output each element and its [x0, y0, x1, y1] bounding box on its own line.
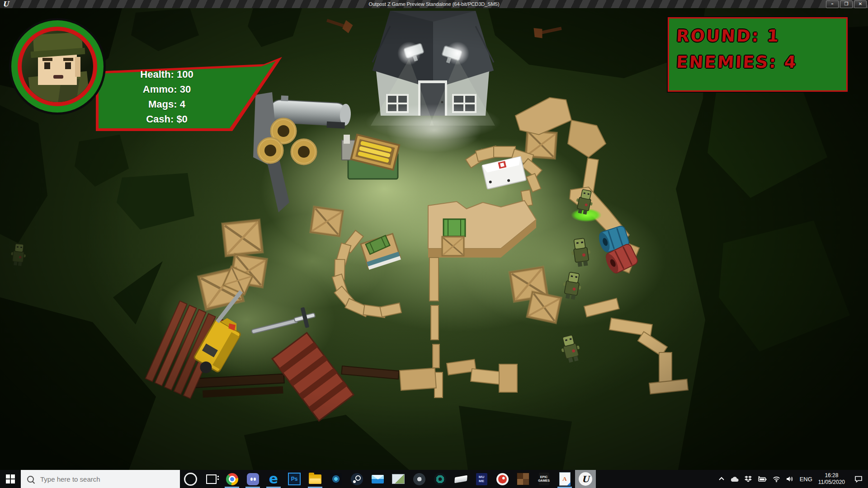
dropbox-icon[interactable] — [745, 476, 752, 483]
taskbar-item-app-teal[interactable] — [429, 470, 450, 488]
player-portrait — [22, 31, 93, 102]
music-app-icon: MUME — [476, 473, 487, 485]
broken-wood-walls-bottomright — [584, 298, 688, 394]
cortana-button[interactable] — [180, 470, 201, 488]
mail-icon — [372, 475, 384, 483]
photos-icon — [392, 474, 405, 484]
battery-icon[interactable] — [758, 476, 767, 482]
round-panel: ROUND: 1 ENEMIES: 4 — [668, 17, 848, 92]
bottom-fences — [193, 359, 517, 398]
notes-icon: A — [559, 472, 571, 486]
wargaming-icon — [496, 473, 509, 485]
volume-icon[interactable] — [786, 476, 794, 482]
game-viewport[interactable]: Health: 100 Ammo: 30 Mags: 4 Cash: $0 RO… — [0, 8, 868, 470]
axe-prop — [325, 14, 354, 34]
game-app-icon — [330, 473, 342, 485]
barn-building — [365, 11, 501, 140]
file-explorer-icon — [309, 474, 321, 484]
discord-icon — [247, 473, 259, 485]
cortana-icon — [184, 473, 197, 486]
edge-icon: e — [269, 472, 278, 486]
start-button[interactable] — [0, 470, 21, 488]
white-box-app-icon — [454, 475, 467, 483]
taskbar-item-photos[interactable] — [388, 470, 409, 488]
taskbar-item-epic-games[interactable]: EPICGAMES — [533, 470, 554, 488]
taskbar-item-file-explorer[interactable] — [305, 470, 326, 488]
taskbar-item-mail[interactable] — [367, 470, 388, 488]
minimize-button[interactable]: – — [826, 0, 839, 8]
taskbar-item-game-app[interactable] — [326, 470, 346, 488]
close-button[interactable]: ✕ — [854, 0, 867, 8]
taskbar-item-edge[interactable]: e — [263, 470, 284, 488]
tray-date: 11/05/2020 — [818, 479, 845, 486]
stat-cash: Cash: $0 — [115, 112, 219, 127]
taskbar-item-photoshop[interactable]: Ps — [284, 470, 305, 488]
photoshop-icon: Ps — [288, 473, 301, 485]
ammo-table — [361, 233, 401, 270]
windows-logo-icon — [6, 474, 10, 479]
taskbar-item-steam[interactable] — [346, 470, 367, 488]
player-avatar — [9, 18, 106, 115]
taskbar-item-app-dark[interactable] — [409, 470, 429, 488]
language-indicator[interactable]: ENG — [800, 476, 812, 483]
task-view-button[interactable] — [201, 470, 222, 488]
avatar-green-ring — [11, 20, 104, 113]
window-titlebar[interactable]: U Outpost Z Game Preview Standalone (64-… — [0, 0, 868, 8]
taskbar-search[interactable] — [21, 470, 180, 488]
window-title: Outpost Z Game Preview Standalone (64-bi… — [0, 0, 868, 8]
taskbar-item-app-box[interactable] — [450, 470, 471, 488]
onedrive-cloud-icon[interactable] — [731, 476, 739, 482]
avatar-red-ring — [18, 27, 97, 106]
round-counter: ROUND: 1 — [675, 23, 840, 49]
tray-time: 16:28 — [818, 472, 845, 479]
taskbar-clock[interactable]: 16:28 11/05/2020 — [818, 472, 845, 486]
chrome-icon — [226, 473, 238, 485]
unreal-engine-icon: U — [579, 472, 592, 486]
system-tray: ENG 16:28 11/05/2020 — [718, 472, 868, 486]
steam-icon — [351, 473, 363, 485]
stat-mags: Mags: 4 — [115, 97, 219, 112]
search-input[interactable] — [39, 475, 168, 483]
minecraft-icon — [517, 473, 529, 485]
stat-health: Health: 100 — [115, 67, 219, 82]
action-center-icon[interactable] — [851, 476, 866, 483]
round-app-icon — [413, 473, 425, 485]
wifi-icon[interactable] — [773, 476, 780, 482]
taskbar-item-notes[interactable]: A — [554, 470, 575, 488]
taskbar-item-music-app[interactable]: MUME — [471, 470, 492, 488]
task-view-icon — [206, 474, 217, 484]
tray-chevron-icon[interactable] — [718, 476, 725, 482]
player-stats-panel: Health: 100 Ammo: 30 Mags: 4 Cash: $0 — [96, 57, 284, 133]
taskbar-item-minecraft[interactable] — [513, 470, 533, 488]
forklift-handle — [292, 305, 317, 330]
teal-app-icon — [434, 473, 446, 485]
stat-ammo: Ammo: 30 — [115, 82, 219, 97]
restore-button[interactable]: ❐ — [840, 0, 853, 8]
taskbar-item-chrome[interactable] — [222, 470, 242, 488]
taskbar-item-wargaming[interactable] — [492, 470, 513, 488]
workbench-gold — [342, 135, 399, 179]
taskbar: e Ps MUME EPICGAMES A U ENG 16:28 11/05/… — [0, 470, 868, 488]
desktop: U Outpost Z Game Preview Standalone (64-… — [0, 0, 868, 488]
enemies-counter: ENEMIES: 4 — [675, 49, 840, 75]
search-icon — [27, 476, 34, 483]
epic-games-icon: EPICGAMES — [539, 473, 549, 485]
taskbar-item-unreal-active[interactable]: U — [575, 470, 596, 488]
taskbar-item-discord[interactable] — [242, 470, 263, 488]
